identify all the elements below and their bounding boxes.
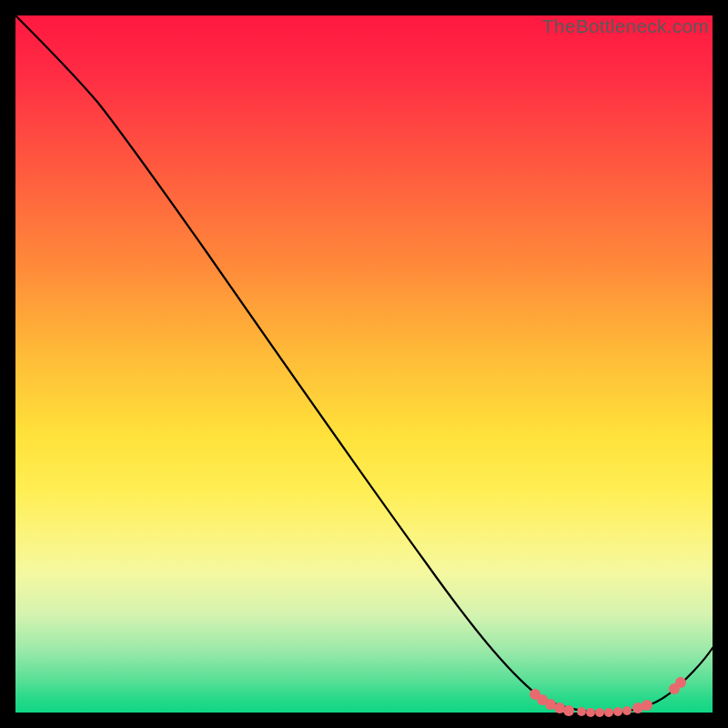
svg-point-10 xyxy=(622,706,632,715)
bottleneck-curve xyxy=(15,15,713,713)
svg-point-14 xyxy=(675,677,686,688)
svg-point-6 xyxy=(586,708,595,717)
chart-svg xyxy=(15,15,713,713)
svg-point-12 xyxy=(642,700,652,711)
marker-dots xyxy=(530,677,686,717)
svg-point-8 xyxy=(604,708,613,717)
chart-frame: TheBottleneck.com xyxy=(15,15,713,713)
svg-point-9 xyxy=(613,707,622,716)
svg-point-4 xyxy=(563,705,574,716)
svg-point-7 xyxy=(595,708,604,717)
svg-point-5 xyxy=(577,707,586,716)
